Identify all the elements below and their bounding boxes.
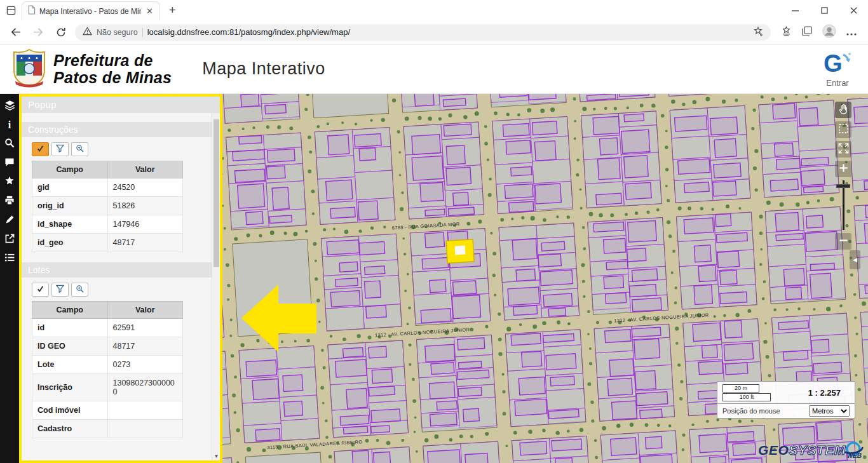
slider-handle[interactable] bbox=[836, 184, 850, 188]
minimize-button[interactable] bbox=[780, 0, 810, 20]
attribute-table: CampoValorid62591ID GEO48717Lote0273Insc… bbox=[32, 301, 183, 438]
field-value-cell: 24520 bbox=[107, 178, 183, 197]
share-icon bbox=[5, 234, 15, 246]
zoom-out-map-button[interactable] bbox=[835, 233, 851, 250]
zoom-out-icon bbox=[839, 236, 848, 248]
tab-title: Mapa Interativo - Patos de Minas bbox=[39, 7, 141, 16]
zoom-slider[interactable] bbox=[835, 180, 851, 230]
close-window-button[interactable] bbox=[839, 0, 868, 20]
login-label[interactable]: Entrar bbox=[826, 78, 848, 88]
profile-avatar[interactable] bbox=[822, 24, 836, 41]
bookmarks-tool-button[interactable] bbox=[2, 175, 17, 189]
bookmark-star-icon[interactable] bbox=[753, 26, 763, 39]
security-label[interactable]: Não seguro bbox=[97, 28, 138, 37]
select-feature-button[interactable] bbox=[32, 283, 49, 297]
filter-feature-button[interactable] bbox=[51, 142, 69, 156]
comments-tool-button[interactable] bbox=[2, 156, 17, 170]
zoom-in-map-button[interactable] bbox=[835, 161, 851, 177]
collections-icon[interactable] bbox=[802, 26, 812, 39]
comments-icon bbox=[4, 158, 15, 170]
scale-widget: 20 m 100 ft 1 : 2.257 Posição do mouse M… bbox=[717, 381, 855, 419]
address-bar[interactable]: Não seguro localsig.ddnsfree.com:81/pato… bbox=[75, 24, 771, 41]
scale-line: 20 m 100 ft 1 : 2.257 bbox=[717, 381, 855, 404]
collapse-dock-button[interactable]: ◀ bbox=[850, 250, 860, 269]
legend-icon bbox=[4, 253, 15, 264]
search-icon bbox=[4, 138, 15, 151]
zoom-to-feature-button[interactable] bbox=[71, 283, 88, 297]
field-name-cell: ID GEO bbox=[32, 337, 108, 356]
mouse-position-bar: Posição do mouse Metros bbox=[717, 404, 855, 419]
favorites-hub-icon[interactable] bbox=[781, 26, 792, 39]
field-value-cell: 62591 bbox=[107, 319, 183, 337]
panel-scrollbar[interactable]: ▼ bbox=[212, 113, 220, 460]
field-name-cell: Cod imóvel bbox=[32, 401, 108, 420]
units-select[interactable]: Metros bbox=[809, 405, 850, 417]
field-name-cell: orig_id bbox=[32, 197, 108, 215]
field-value-cell: 130980273000000 bbox=[107, 374, 183, 401]
workspaces-icon[interactable] bbox=[0, 6, 22, 15]
geosystem-logo: GEOSYSTEM WEB bbox=[758, 440, 862, 461]
table-row: id_geo48717 bbox=[32, 234, 183, 252]
column-header: Campo bbox=[32, 302, 108, 319]
g-logo: G bbox=[822, 50, 853, 79]
print-tool-button[interactable] bbox=[2, 194, 17, 208]
field-name-cell: Inscrição bbox=[32, 374, 108, 401]
column-header: Campo bbox=[32, 161, 108, 178]
draw-icon bbox=[5, 215, 15, 227]
page-title: Mapa Interativo bbox=[202, 59, 325, 79]
field-value-cell: 48717 bbox=[107, 337, 183, 356]
field-name-cell: id bbox=[32, 319, 108, 337]
table-row: id62591 bbox=[32, 319, 183, 337]
info-tool-button[interactable]: i bbox=[2, 118, 17, 132]
check-icon bbox=[36, 285, 44, 295]
browser-titlebar: Mapa Interativo - Patos de Minas ✕ + bbox=[0, 0, 868, 20]
scale-ratio: 1 : 2.257 bbox=[808, 388, 850, 398]
zoom-extent-icon bbox=[838, 143, 849, 156]
filter-icon bbox=[56, 144, 64, 154]
draw-tool-button[interactable] bbox=[2, 213, 17, 227]
zoom-plus-icon bbox=[76, 144, 84, 154]
table-row: orig_id51826 bbox=[32, 197, 183, 215]
field-value-cell: 147946 bbox=[107, 215, 183, 234]
refresh-button[interactable] bbox=[52, 23, 70, 41]
popup-panel-title: Popup bbox=[22, 97, 220, 113]
settings-more-icon[interactable] bbox=[846, 27, 857, 38]
logo-line1: Prefeitura de bbox=[53, 52, 172, 69]
zoom-box-map-button[interactable] bbox=[835, 121, 851, 138]
map-viewport[interactable]: 1212 - AV. CARLOS NOGUEIRA JUNIOR1212 - … bbox=[222, 94, 868, 463]
browser-navbar: Não seguro localsig.ddnsfree.com:81/pato… bbox=[0, 20, 868, 44]
section-title: Lotes bbox=[22, 262, 212, 278]
browser-tab[interactable]: Mapa Interativo - Patos de Minas ✕ bbox=[22, 1, 160, 20]
table-row: Lote0273 bbox=[32, 356, 183, 374]
logo-geo-text: GEO bbox=[758, 443, 789, 458]
maximize-button[interactable] bbox=[810, 0, 839, 20]
field-name-cell: Cadastro bbox=[32, 420, 108, 438]
back-button[interactable] bbox=[6, 23, 24, 41]
zoom-plus-icon bbox=[76, 285, 84, 295]
field-name-cell: id_geo bbox=[32, 234, 108, 252]
pan-map-button[interactable] bbox=[835, 102, 851, 118]
zoom-to-feature-button[interactable] bbox=[71, 142, 88, 156]
warning-icon[interactable] bbox=[83, 27, 92, 38]
legend-tool-button[interactable] bbox=[2, 252, 17, 265]
field-value-cell bbox=[107, 420, 183, 438]
layers-tool-button[interactable] bbox=[2, 99, 17, 113]
zoom-box-icon bbox=[838, 123, 849, 137]
new-tab-button[interactable]: + bbox=[160, 4, 185, 17]
filter-feature-button[interactable] bbox=[51, 283, 69, 297]
zoom-extent-map-button[interactable] bbox=[835, 141, 851, 158]
close-tab-icon[interactable]: ✕ bbox=[145, 6, 154, 16]
share-tool-button[interactable] bbox=[2, 232, 17, 246]
login-area[interactable]: G Entrar bbox=[822, 50, 853, 88]
url-text[interactable]: localsig.ddnsfree.com:81/patosmg/index.p… bbox=[147, 27, 749, 37]
popup-section: LotesCampoValorid62591ID GEO48717Lote027… bbox=[22, 262, 212, 440]
tab-favicon-icon bbox=[27, 5, 36, 17]
scroll-down-button[interactable]: ▼ bbox=[212, 452, 220, 460]
scrollbar-thumb[interactable] bbox=[214, 119, 219, 267]
forward-button[interactable] bbox=[29, 23, 47, 41]
search-tool-button[interactable] bbox=[2, 137, 17, 151]
scalebar-imperial: 100 ft bbox=[722, 393, 771, 401]
site-logo-text: Prefeitura de Patos de Minas bbox=[53, 52, 172, 86]
attribute-table: CampoValorgid24520orig_id51826id_shape14… bbox=[32, 161, 183, 252]
select-feature-button[interactable] bbox=[32, 142, 49, 156]
